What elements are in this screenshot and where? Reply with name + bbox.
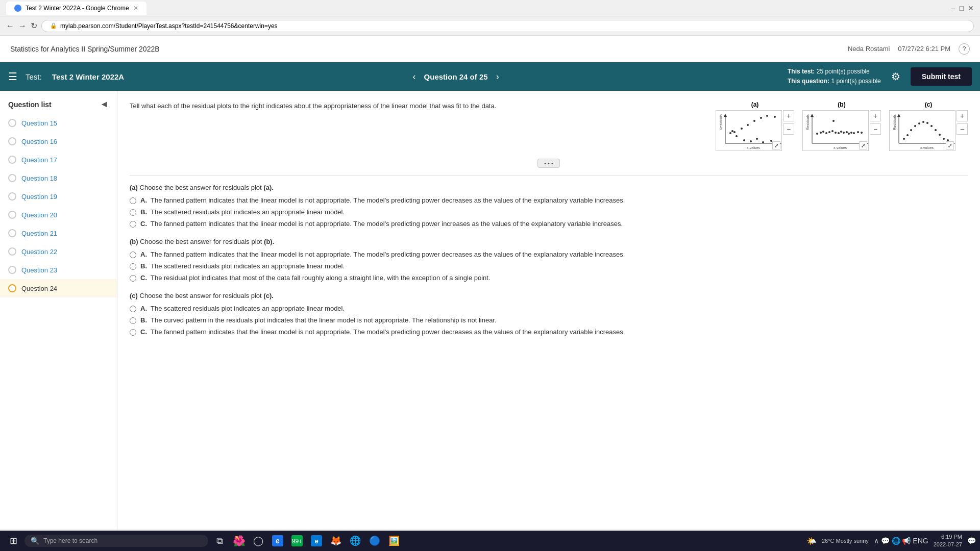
help-icon[interactable]: ? (959, 43, 970, 55)
svg-point-36 (843, 132, 845, 134)
reload-button[interactable]: ↻ (31, 21, 37, 31)
sidebar-item-q19[interactable]: Question 19 (0, 187, 117, 206)
option-c-C[interactable]: C. The fanned pattern indicates that the… (130, 328, 968, 336)
browser-tab[interactable]: Test 2 Winter 2022A - Google Chrome ✕ (6, 2, 146, 15)
sidebar-item-q22[interactable]: Question 22 (0, 242, 117, 261)
taskbar-app-edge[interactable]: e (307, 532, 326, 550)
maximize-icon[interactable]: □ (960, 4, 964, 12)
sidebar-item-q15[interactable]: Question 15 (0, 114, 117, 132)
section-c-text: Choose the best answer for residuals plo… (140, 292, 264, 299)
taskbar-app-green[interactable]: 99+ (288, 532, 306, 550)
option-a-C[interactable]: C. The fanned pattern indicates that the… (130, 220, 968, 228)
svg-point-57 (930, 125, 933, 127)
option-a-A[interactable]: A. The fanned pattern indicates that the… (130, 196, 968, 204)
radio-b-B[interactable] (130, 263, 136, 270)
radio-c-B[interactable] (130, 317, 136, 324)
section-a-suffix: (a). (263, 184, 274, 191)
forward-button[interactable]: → (18, 21, 27, 31)
task-view-icon[interactable]: ⧉ (210, 532, 229, 550)
plot-b-zoom-out-button[interactable]: − (870, 123, 881, 135)
plot-c-zoom-in-button[interactable]: + (957, 110, 968, 121)
svg-point-16 (760, 117, 762, 119)
sidebar-item-q23[interactable]: Question 23 (0, 261, 117, 279)
start-button[interactable]: ⊞ (4, 532, 22, 550)
q19-radio (8, 192, 16, 201)
sidebar-item-label-q16: Question 16 (21, 138, 57, 145)
notifications-icon[interactable]: 💬 (967, 537, 976, 545)
radio-a-B[interactable] (130, 209, 136, 216)
option-c-A[interactable]: A. The scattered residuals plot indicate… (130, 305, 968, 312)
svg-point-7 (731, 130, 733, 132)
sidebar-item-q16[interactable]: Question 16 (0, 132, 117, 151)
browser-window-controls[interactable]: – □ ✕ (951, 4, 974, 12)
section-divider-handle[interactable]: • • • (130, 159, 968, 167)
radio-c-A[interactable] (130, 306, 136, 312)
option-b-C-label: C. The residual plot indicates that most… (140, 274, 491, 282)
svg-point-35 (840, 131, 842, 133)
taskbar-app-photo[interactable]: 🖼️ (385, 532, 403, 550)
minimize-icon[interactable]: – (951, 4, 955, 12)
plot-a-zoom-in-button[interactable]: + (783, 110, 794, 121)
test-name: Test 2 Winter 2022A (52, 72, 124, 81)
taskbar-app-teams[interactable]: 🔵 (365, 532, 384, 550)
sidebar-collapse-button[interactable]: ◄ (100, 99, 109, 110)
submit-test-button[interactable]: Submit test (911, 67, 972, 86)
sidebar-item-label-q22: Question 22 (21, 248, 57, 256)
sidebar-item-label-q17: Question 17 (21, 156, 57, 164)
radio-b-C[interactable] (130, 275, 136, 282)
option-c-B[interactable]: B. The curved pattern in the residuals p… (130, 316, 968, 324)
plot-c-expand-button[interactable]: ⤢ (946, 141, 954, 149)
plot-a-expand-button[interactable]: ⤢ (772, 141, 780, 149)
radio-a-A[interactable] (130, 197, 136, 204)
section-b: (b) Choose the best answer for residuals… (130, 238, 968, 282)
plot-c-zoom-out-button[interactable]: − (957, 123, 968, 135)
q22-radio (8, 247, 16, 256)
sidebar-item-q24[interactable]: Question 24 (0, 279, 117, 297)
taskbar-app-firefox[interactable]: 🦊 (327, 532, 345, 550)
taskbar-app-ie[interactable]: e (268, 532, 287, 550)
plot-b: (b) Residuals x-values (802, 101, 881, 151)
tab-close-icon[interactable]: ✕ (133, 5, 138, 12)
q20-radio (8, 211, 16, 219)
taskbar-app-chrome[interactable]: 🌐 (346, 532, 364, 550)
taskbar-circle[interactable]: ◯ (249, 532, 267, 550)
plot-b-zoom-in-button[interactable]: + (870, 110, 881, 121)
question-points-value: 1 point(s) possible (831, 78, 880, 85)
option-b-B[interactable]: B. The scattered residuals plot indicate… (130, 262, 968, 270)
option-a-B[interactable]: B. The scattered residuals plot indicate… (130, 208, 968, 216)
radio-c-C[interactable] (130, 329, 136, 336)
plot-a-zoom-out-button[interactable]: − (783, 123, 794, 135)
close-icon[interactable]: ✕ (968, 4, 974, 12)
section-c-label: (c) Choose the best answer for residuals… (130, 292, 968, 299)
radio-b-A[interactable] (130, 252, 136, 258)
svg-point-55 (922, 121, 924, 123)
option-b-A[interactable]: A. The fanned pattern indicates that the… (130, 251, 968, 258)
url-bar[interactable]: 🔒 mylab.pearson.com/Student/PlayerTest.a… (41, 20, 974, 32)
next-question-button[interactable]: › (496, 71, 499, 82)
svg-point-41 (853, 132, 855, 134)
section-c: (c) Choose the best answer for residuals… (130, 292, 968, 336)
sidebar-item-q18[interactable]: Question 18 (0, 169, 117, 187)
svg-point-10 (741, 128, 743, 130)
plot-b-controls: + − (870, 110, 881, 135)
settings-icon[interactable]: ⚙ (891, 70, 900, 83)
svg-marker-46 (897, 114, 900, 117)
svg-point-39 (832, 120, 835, 122)
plot-a-frame: Residuals x-values (716, 110, 782, 151)
svg-text:Residuals: Residuals (719, 114, 723, 130)
plot-b-expand-button[interactable]: ⤢ (859, 141, 867, 149)
option-b-C[interactable]: C. The residual plot indicates that most… (130, 274, 968, 282)
back-button[interactable]: ← (6, 21, 14, 31)
radio-a-C[interactable] (130, 221, 136, 228)
sidebar-item-q17[interactable]: Question 17 (0, 151, 117, 169)
section-c-prefix: (c) (130, 292, 138, 299)
sidebar-item-q20[interactable]: Question 20 (0, 206, 117, 224)
sidebar-item-label-q19: Question 19 (21, 193, 57, 201)
hamburger-menu-icon[interactable]: ☰ (8, 70, 17, 83)
prev-question-button[interactable]: ‹ (413, 71, 416, 82)
taskbar-search-bar[interactable]: 🔍 Type here to search (24, 535, 208, 547)
taskbar-app-1[interactable]: 🌺 (230, 532, 248, 550)
plots-container: (a) Residuals (716, 101, 968, 151)
sidebar-item-q21[interactable]: Question 21 (0, 224, 117, 242)
svg-point-18 (766, 115, 768, 117)
